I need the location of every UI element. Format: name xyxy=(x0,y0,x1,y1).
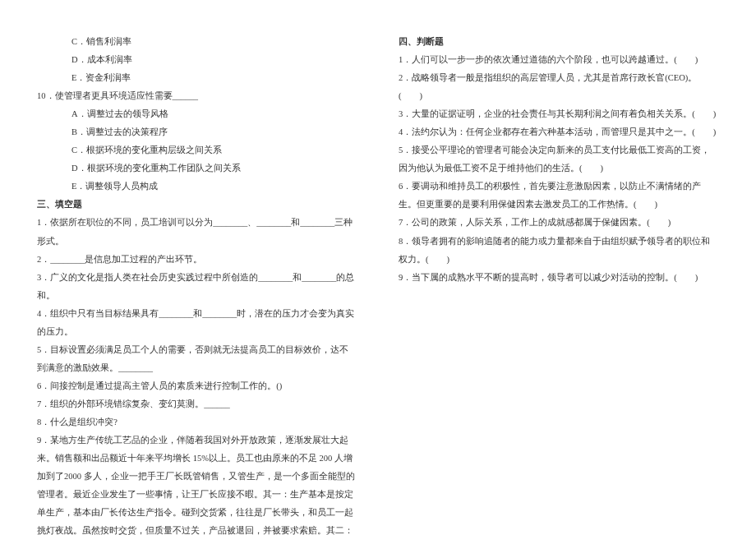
section-4-title: 四、判断题 xyxy=(399,33,719,51)
judge-3: 3．大量的证据证明，企业的社会责任与其长期利润之间有着负相关关系。( ) xyxy=(399,105,719,123)
q10-option-c: C．根据环境的变化重构层级之间关系 xyxy=(37,141,357,159)
option-d: D．成本利润率 xyxy=(37,51,357,69)
fill-6: 6．间接控制是通过提高主管人员的素质来进行控制工作的。() xyxy=(37,377,357,395)
option-e: E．资金利润率 xyxy=(37,69,357,87)
exam-page: C．销售利润率 D．成本利润率 E．资金利润率 10．使管理者更具环境适应性需要… xyxy=(0,0,756,535)
fill-7: 7．组织的外部环境错综复杂、变幻莫测。______ xyxy=(37,395,357,413)
q10-option-e: E．调整领导人员构成 xyxy=(37,178,357,196)
fill-2: 2．________是信息加工过程的产出环节。 xyxy=(37,251,357,269)
section-3-title: 三、填空题 xyxy=(37,196,357,214)
judge-4: 4．法约尔认为：任何企业都存在着六种基本活动，而管理只是其中之一。( ) xyxy=(399,123,719,141)
q10-option-a: A．调整过去的领导风格 xyxy=(37,105,357,123)
right-column: 四、判断题 1．人们可以一步一步的依次通过道德的六个阶段，也可以跨越通过。( )… xyxy=(378,33,740,519)
q10-option-d: D．根据环境的变化重构工作团队之间关系 xyxy=(37,159,357,178)
judge-1: 1．人们可以一步一步的依次通过道德的六个阶段，也可以跨越通过。( ) xyxy=(399,51,719,69)
q10-option-b: B．调整过去的决策程序 xyxy=(37,123,357,141)
fill-9: 9．某地方生产传统工艺品的企业，伴随着我国对外开放政策，逐渐发展壮大起来。销售额… xyxy=(37,431,357,535)
question-10: 10．使管理者更具环境适应性需要______ xyxy=(37,87,357,105)
judge-8: 8．领导者拥有的影响追随者的能力或力量都来自于由组织赋予领导者的职位和权力。( … xyxy=(399,233,719,269)
judge-9: 9．当下属的成熟水平不断的提高时，领导者可以减少对活动的控制。( ) xyxy=(399,269,719,287)
judge-6: 6．要调动和维持员工的积极性，首先要注意激励因素，以防止不满情绪的产生。但更重要… xyxy=(399,178,719,214)
option-c: C．销售利润率 xyxy=(37,33,357,51)
fill-3: 3．广义的文化是指人类在社会历史实践过程中所创造的________和______… xyxy=(37,269,357,305)
judge-5: 5．接受公平理论的管理者可能会决定向新来的员工支付比最低工资高的工资，因为他认为… xyxy=(399,141,719,178)
left-column: C．销售利润率 D．成本利润率 E．资金利润率 10．使管理者更具环境适应性需要… xyxy=(16,33,378,519)
fill-8: 8．什么是组织冲突? xyxy=(37,413,357,431)
judge-7: 7．公司的政策，人际关系，工作上的成就感都属于保健因素。( ) xyxy=(399,214,719,232)
fill-4: 4．组织中只有当目标结果具有________和________时，潜在的压力才会… xyxy=(37,305,357,341)
fill-5: 5．目标设置必须满足员工个人的需要，否则就无法提高员工的目标效价，达不到满意的激… xyxy=(37,341,357,377)
fill-1: 1．依据所在职位的不同，员工培训可以分为________、________和__… xyxy=(37,214,357,250)
judge-2: 2．战略领导者一般是指组织的高层管理人员，尤其是首席行政长官(CEO)。( ) xyxy=(399,69,719,105)
